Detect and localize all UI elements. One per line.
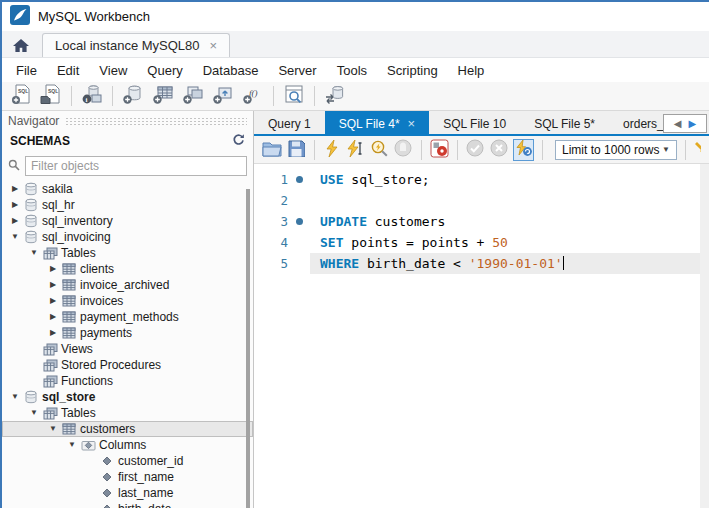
code-line-5[interactable]: 5WHERE birth_date < '1990-01-01': [254, 253, 700, 274]
open-sql-script-button[interactable]: SQL: [38, 84, 64, 108]
menu-edit[interactable]: Edit: [47, 63, 89, 78]
menu-file[interactable]: File: [6, 63, 47, 78]
chevron-right-icon[interactable]: ▶: [8, 181, 22, 197]
code-line-3[interactable]: 3UPDATE customers: [254, 211, 700, 232]
line-number: 5: [254, 253, 288, 274]
connection-tab-label: Local instance MySQL80: [55, 38, 200, 53]
tree-item-tables[interactable]: ▼Tables: [2, 405, 253, 421]
code-line-1[interactable]: 1USE sql_store;: [254, 169, 700, 190]
tree-item-views[interactable]: Views: [2, 341, 253, 357]
chevron-down-icon[interactable]: ▼: [65, 437, 79, 453]
tab-scroll-right-icon[interactable]: ▶: [689, 118, 697, 129]
menu-view[interactable]: View: [89, 63, 137, 78]
navigator-scrollbar[interactable]: [246, 189, 250, 508]
tree-item-payment-methods[interactable]: ▶payment_methods: [2, 309, 253, 325]
tree-item-columns[interactable]: ▼Columns: [2, 437, 253, 453]
execute-current-button[interactable]: [346, 139, 365, 161]
gutter-spacer: [288, 232, 310, 253]
menu-database[interactable]: Database: [193, 63, 269, 78]
chevron-down-icon[interactable]: ▼: [27, 405, 41, 421]
tree-item-first-name[interactable]: first_name: [2, 469, 253, 485]
create-table-button[interactable]: [150, 84, 176, 108]
tree-item-invoices[interactable]: ▶invoices: [2, 293, 253, 309]
create-schema-button[interactable]: [120, 84, 146, 108]
menu-help[interactable]: Help: [448, 63, 495, 78]
create-view-button[interactable]: [180, 84, 206, 108]
connection-tab-close-icon[interactable]: ×: [210, 39, 218, 52]
tree-item-sql-invoicing[interactable]: ▼sql_invoicing: [2, 229, 253, 245]
schema-filter-input[interactable]: [25, 156, 247, 176]
chevron-right-icon[interactable]: ▶: [8, 197, 22, 213]
editor-tab-close-icon[interactable]: ×: [408, 117, 416, 130]
navigator-title: Navigator: [8, 114, 59, 128]
tree-item-birth-date[interactable]: birth_date: [2, 501, 253, 508]
save-button[interactable]: [287, 139, 306, 161]
chevron-right-icon[interactable]: ▶: [46, 261, 60, 277]
toggle-stop-on-error-button[interactable]: [430, 139, 449, 161]
tree-item-tables[interactable]: ▼Tables: [2, 245, 253, 261]
schema-icon: [22, 214, 40, 228]
chevron-down-icon[interactable]: ▼: [8, 229, 22, 245]
chevron-right-icon[interactable]: ▶: [46, 309, 60, 325]
tree-item-stored-procedures[interactable]: Stored Procedures: [2, 357, 253, 373]
editor-tab-label: SQL File 10: [443, 117, 506, 131]
open-file-button[interactable]: [262, 139, 282, 161]
chevron-down-icon[interactable]: ▼: [27, 245, 41, 261]
menu-tools[interactable]: Tools: [327, 63, 377, 78]
connection-tab[interactable]: Local instance MySQL80 ×: [42, 33, 230, 57]
editor-tab-orders-arch[interactable]: orders_arch: [609, 111, 663, 136]
editor-tab-query-1[interactable]: Query 1: [254, 111, 325, 136]
tree-item-last-name[interactable]: last_name: [2, 485, 253, 501]
beautify-icon[interactable]: [694, 140, 701, 160]
tree-item-invoice-archived[interactable]: ▶invoice_archived: [2, 277, 253, 293]
code-line-2[interactable]: 2: [254, 190, 700, 211]
editor-toolbar: Limit to 1000 rows▼: [254, 136, 709, 164]
limit-rows-dropdown[interactable]: Limit to 1000 rows▼: [555, 140, 677, 160]
schema-filter-row: [2, 153, 253, 179]
chevron-right-icon[interactable]: ▶: [8, 213, 22, 229]
tree-item-payments[interactable]: ▶payments: [2, 325, 253, 341]
sql-code-area[interactable]: 1USE sql_store;23UPDATE customers4SET po…: [254, 164, 709, 508]
tree-item-customer-id[interactable]: customer_id: [2, 453, 253, 469]
chevron-right-icon[interactable]: ▶: [46, 277, 60, 293]
chevron-down-icon[interactable]: ▼: [8, 389, 22, 405]
editor-tab-sql-file-4-[interactable]: SQL File 4*×: [325, 111, 430, 136]
menu-query[interactable]: Query: [137, 63, 192, 78]
stop-button[interactable]: [394, 139, 413, 161]
create-procedure-button[interactable]: [210, 84, 236, 108]
schema-icon: [22, 198, 40, 212]
tree-item-clients[interactable]: ▶clients: [2, 261, 253, 277]
tree-item-sakila[interactable]: ▶sakila: [2, 181, 253, 197]
tab-scroll-left-icon[interactable]: ◀: [674, 118, 682, 129]
home-icon[interactable]: [6, 33, 36, 57]
code-line-4[interactable]: 4SET points = points + 50: [254, 232, 700, 253]
editor-tab-sql-file-5-[interactable]: SQL File 5*: [520, 111, 609, 136]
chevron-right-icon[interactable]: ▶: [46, 325, 60, 341]
tree-item-sql-hr[interactable]: ▶sql_hr: [2, 197, 253, 213]
toggle-autocommit-button[interactable]: [513, 139, 534, 161]
menu-server[interactable]: Server: [268, 63, 326, 78]
tree-item-customers[interactable]: ▼customers: [2, 421, 253, 437]
tree-item-sql-inventory[interactable]: ▶sql_inventory: [2, 213, 253, 229]
editor-vertical-scrollbar[interactable]: [700, 164, 709, 508]
reconnect-dbms-button[interactable]: [322, 84, 348, 108]
search-table-data-button[interactable]: [281, 84, 307, 108]
refresh-schemas-icon[interactable]: [232, 133, 245, 149]
create-function-button[interactable]: f(): [240, 84, 266, 108]
column-icon: [98, 488, 116, 498]
execute-button[interactable]: [323, 139, 342, 161]
tables-icon: [41, 343, 59, 356]
commit-button[interactable]: [466, 139, 485, 161]
rollback-button[interactable]: [489, 139, 508, 161]
tree-item-functions[interactable]: Functions: [2, 373, 253, 389]
new-sql-script-button[interactable]: SQL: [8, 84, 34, 108]
connection-tab-strip: Local instance MySQL80 ×: [2, 31, 709, 58]
chevron-down-icon[interactable]: ▼: [46, 421, 60, 437]
toggle-autocommit-icon: [514, 139, 533, 160]
editor-tab-sql-file-10[interactable]: SQL File 10: [429, 111, 520, 136]
explain-button[interactable]: [370, 139, 389, 161]
chevron-right-icon[interactable]: ▶: [46, 293, 60, 309]
tree-item-sql-store[interactable]: ▼sql_store: [2, 389, 253, 405]
table-inspector-button[interactable]: i: [79, 84, 105, 108]
menu-scripting[interactable]: Scripting: [377, 63, 448, 78]
